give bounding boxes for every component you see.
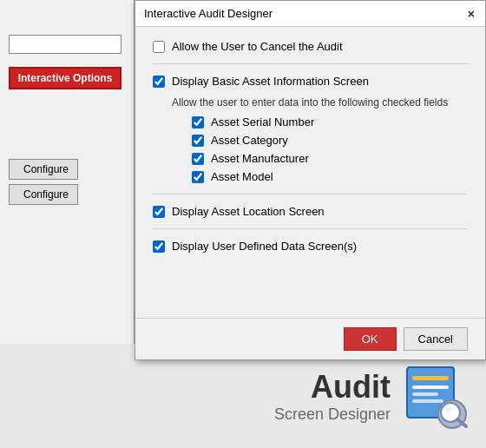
asset-model-label[interactable]: Asset Model xyxy=(211,170,273,183)
display-asset-location-label[interactable]: Display Asset Location Screen xyxy=(172,205,325,218)
watermark-text: Audit Screen Designer xyxy=(274,369,391,424)
asset-category-row: Asset Category xyxy=(192,134,468,147)
divider-2 xyxy=(153,194,468,194)
cancel-audit-checkbox[interactable] xyxy=(153,41,165,53)
display-user-defined-row: Display User Defined Data Screen(s) xyxy=(153,240,468,253)
dialog-footer: OK Cancel xyxy=(135,318,485,359)
asset-category-checkbox[interactable] xyxy=(192,135,204,147)
svg-rect-2 xyxy=(412,385,449,389)
left-panel-input[interactable] xyxy=(9,35,122,54)
asset-category-label[interactable]: Asset Category xyxy=(211,134,288,147)
cancel-audit-row: Allow the User to Cancel the Audit xyxy=(153,40,468,53)
interactive-options-button[interactable]: Interactive Options xyxy=(9,67,122,89)
asset-serial-number-label[interactable]: Asset Serial Number xyxy=(211,115,314,128)
display-asset-location-row: Display Asset Location Screen xyxy=(153,205,468,218)
cancel-button[interactable]: Cancel xyxy=(404,327,468,351)
svg-rect-4 xyxy=(412,399,443,403)
display-basic-asset-label[interactable]: Display Basic Asset Information Screen xyxy=(172,75,369,88)
dialog-content: Allow the User to Cancel the Audit Displ… xyxy=(135,27,485,274)
audit-icon xyxy=(404,364,469,429)
screen-designer-watermark-subtitle: Screen Designer xyxy=(274,405,391,424)
cancel-audit-label[interactable]: Allow the User to Cancel the Audit xyxy=(172,40,343,53)
dialog-titlebar: Interactive Audit Designer × xyxy=(135,1,485,27)
asset-model-checkbox[interactable] xyxy=(192,171,204,183)
divider-1 xyxy=(153,63,468,64)
audit-watermark-title: Audit xyxy=(274,369,391,405)
asset-serial-number-row: Asset Serial Number xyxy=(192,115,468,128)
dialog-title: Interactive Audit Designer xyxy=(144,7,273,20)
indented-checkboxes: Asset Serial Number Asset Category Asset… xyxy=(192,115,468,183)
display-basic-asset-row: Display Basic Asset Information Screen xyxy=(153,75,468,88)
audit-icon-svg xyxy=(404,364,469,429)
svg-point-8 xyxy=(444,406,451,413)
display-user-defined-checkbox[interactable] xyxy=(153,240,165,253)
asset-model-row: Asset Model xyxy=(192,170,468,183)
display-asset-location-checkbox[interactable] xyxy=(153,206,165,218)
asset-serial-number-checkbox[interactable] xyxy=(192,116,204,128)
display-basic-asset-checkbox[interactable] xyxy=(153,76,165,88)
asset-manufacturer-row: Asset Manufacturer xyxy=(192,152,468,165)
divider-3 xyxy=(153,228,468,229)
asset-manufacturer-checkbox[interactable] xyxy=(192,153,204,165)
configure-button-2[interactable]: Configure xyxy=(9,184,78,205)
svg-rect-3 xyxy=(412,392,438,396)
ok-button[interactable]: OK xyxy=(344,327,397,351)
display-user-defined-label[interactable]: Display User Defined Data Screen(s) xyxy=(172,240,357,253)
allow-user-enter-text: Allow the user to enter data into the fo… xyxy=(172,96,468,109)
svg-rect-1 xyxy=(412,376,449,380)
interactive-audit-dialog: Interactive Audit Designer × Allow the U… xyxy=(135,0,486,360)
dialog-close-button[interactable]: × xyxy=(466,7,476,21)
asset-manufacturer-label[interactable]: Asset Manufacturer xyxy=(211,152,309,165)
configure-button-1[interactable]: Configure xyxy=(9,159,78,180)
